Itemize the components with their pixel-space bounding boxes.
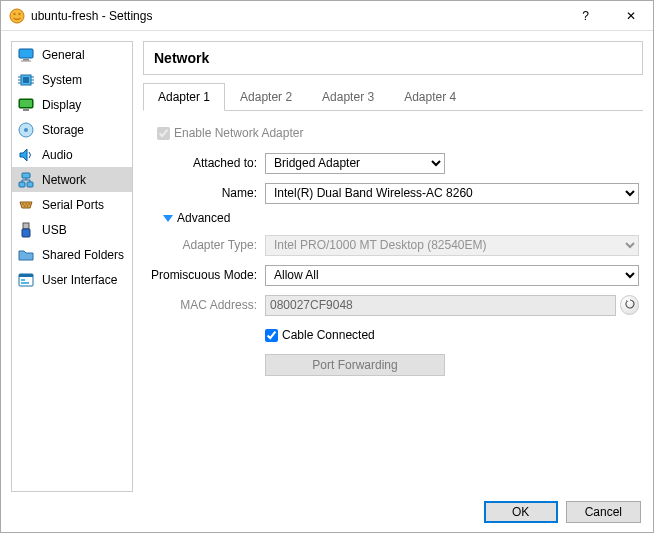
ok-button[interactable]: OK — [484, 501, 558, 523]
mac-input — [265, 295, 616, 316]
adapter-form: Enable Network Adapter Attached to: Brid… — [143, 121, 643, 383]
svg-rect-31 — [21, 279, 25, 281]
tab-adapter-3[interactable]: Adapter 3 — [307, 83, 389, 111]
attached-to-label: Attached to: — [147, 156, 265, 170]
svg-rect-28 — [22, 229, 30, 237]
cancel-button[interactable]: Cancel — [566, 501, 641, 523]
sidebar-item-shared-folders[interactable]: Shared Folders — [12, 242, 132, 267]
cable-connected-input[interactable] — [265, 329, 278, 342]
chevron-down-icon — [163, 215, 173, 222]
enable-adapter-input[interactable] — [157, 127, 170, 140]
close-icon: ✕ — [626, 9, 636, 23]
enable-adapter-label: Enable Network Adapter — [174, 126, 303, 140]
svg-point-0 — [10, 9, 24, 23]
tab-adapter-4[interactable]: Adapter 4 — [389, 83, 471, 111]
mac-label: MAC Address: — [147, 298, 265, 312]
svg-rect-4 — [23, 59, 29, 61]
promiscuous-select[interactable]: Allow All — [265, 265, 639, 286]
page-title: Network — [154, 50, 632, 66]
monitor-icon — [18, 47, 34, 63]
name-label: Name: — [147, 186, 265, 200]
sidebar-item-audio[interactable]: Audio — [12, 142, 132, 167]
sidebar-item-system[interactable]: System — [12, 67, 132, 92]
promiscuous-label: Promiscuous Mode: — [147, 268, 265, 282]
svg-point-25 — [24, 205, 26, 207]
close-button[interactable]: ✕ — [608, 1, 653, 31]
adapter-type-label: Adapter Type: — [147, 238, 265, 252]
svg-point-23 — [25, 203, 27, 205]
sidebar-item-storage[interactable]: Storage — [12, 117, 132, 142]
svg-rect-19 — [22, 173, 30, 178]
cable-connected-checkbox[interactable]: Cable Connected — [265, 328, 375, 342]
svg-rect-32 — [21, 282, 29, 284]
svg-point-2 — [18, 12, 20, 14]
sidebar-item-label: Audio — [42, 148, 73, 162]
svg-rect-27 — [23, 223, 29, 229]
adapter-tabs: Adapter 1 Adapter 2 Adapter 3 Adapter 4 — [143, 83, 643, 111]
svg-rect-7 — [23, 77, 29, 83]
sidebar-item-label: Network — [42, 173, 86, 187]
sidebar-item-serial-ports[interactable]: Serial Ports — [12, 192, 132, 217]
chip-icon — [18, 72, 34, 88]
sidebar-item-user-interface[interactable]: User Interface — [12, 267, 132, 292]
sidebar-item-label: User Interface — [42, 273, 117, 287]
svg-point-22 — [22, 203, 24, 205]
sidebar-item-label: Storage — [42, 123, 84, 137]
svg-rect-15 — [20, 100, 32, 107]
app-icon — [9, 8, 25, 24]
serial-icon — [18, 197, 34, 213]
folder-icon — [18, 247, 34, 263]
window-title: ubuntu-fresh - Settings — [31, 9, 563, 23]
settings-window: ubuntu-fresh - Settings ? ✕ General Syst… — [0, 0, 654, 533]
refresh-icon — [625, 298, 635, 312]
sidebar-item-display[interactable]: Display — [12, 92, 132, 117]
sidebar-item-label: General — [42, 48, 85, 62]
svg-point-1 — [13, 12, 15, 14]
sidebar-item-network[interactable]: Network — [12, 167, 132, 192]
svg-point-18 — [24, 128, 28, 132]
sidebar-item-label: Display — [42, 98, 81, 112]
enable-adapter-checkbox[interactable]: Enable Network Adapter — [157, 126, 303, 140]
dialog-footer: OK Cancel — [1, 492, 653, 532]
tab-adapter-2[interactable]: Adapter 2 — [225, 83, 307, 111]
sidebar-item-usb[interactable]: USB — [12, 217, 132, 242]
sidebar-item-label: USB — [42, 223, 67, 237]
advanced-toggle[interactable]: Advanced — [163, 211, 639, 225]
category-sidebar: General System Display Storage Audio Net… — [11, 41, 133, 492]
display-icon — [18, 97, 34, 113]
adapter-type-select: Intel PRO/1000 MT Desktop (82540EM) — [265, 235, 639, 256]
svg-rect-3 — [19, 49, 33, 58]
name-select[interactable]: Intel(R) Dual Band Wireless-AC 8260 — [265, 183, 639, 204]
advanced-label: Advanced — [177, 211, 230, 225]
speaker-icon — [18, 147, 34, 163]
svg-point-26 — [27, 205, 29, 207]
help-icon: ? — [582, 9, 589, 23]
svg-rect-30 — [19, 274, 33, 277]
help-button[interactable]: ? — [563, 1, 608, 31]
svg-rect-16 — [23, 109, 29, 111]
disk-icon — [18, 122, 34, 138]
main-panel: Network Adapter 1 Adapter 2 Adapter 3 Ad… — [143, 41, 643, 492]
titlebar: ubuntu-fresh - Settings ? ✕ — [1, 1, 653, 31]
cable-connected-label: Cable Connected — [282, 328, 375, 342]
sidebar-item-label: Serial Ports — [42, 198, 104, 212]
port-forwarding-button: Port Forwarding — [265, 354, 445, 376]
sidebar-item-general[interactable]: General — [12, 42, 132, 67]
svg-rect-5 — [21, 60, 31, 61]
svg-rect-21 — [27, 182, 33, 187]
usb-icon — [18, 222, 34, 238]
svg-rect-20 — [19, 182, 25, 187]
mac-refresh-button[interactable] — [620, 295, 639, 315]
svg-point-24 — [28, 203, 30, 205]
sidebar-item-label: Shared Folders — [42, 248, 124, 262]
dialog-body: General System Display Storage Audio Net… — [1, 31, 653, 492]
sidebar-item-label: System — [42, 73, 82, 87]
main-header: Network — [143, 41, 643, 75]
window-icon — [18, 272, 34, 288]
network-icon — [18, 172, 34, 188]
tab-adapter-1[interactable]: Adapter 1 — [143, 83, 225, 111]
attached-to-select[interactable]: Bridged Adapter — [265, 153, 445, 174]
